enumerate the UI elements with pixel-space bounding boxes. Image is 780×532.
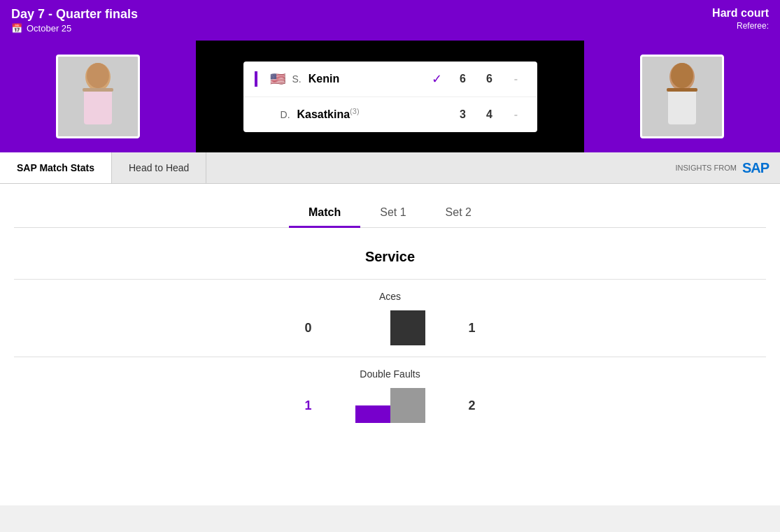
doublefaults-stat-row: Double Faults 1 2 [14, 357, 766, 434]
header-right: Hard court Referee: [712, 7, 769, 31]
score-card: 🇺🇸 S. Kenin ✓ 6 6 - D. Kasatkina(3) ✓ 3 … [243, 62, 537, 132]
insights-label: INSIGHTS FROM [675, 164, 736, 172]
winner-check: ✓ [432, 71, 442, 87]
player1-initial: S. [292, 73, 302, 85]
player1-flag: 🇺🇸 [270, 71, 285, 87]
calendar-icon: 📅 [11, 23, 22, 34]
sub-tab-set2[interactable]: Set 2 [426, 198, 491, 227]
tab-head-to-head[interactable]: Head to Head [112, 152, 206, 183]
player2-set3: - [506, 108, 526, 121]
hero-section: 🇺🇸 S. Kenin ✓ 6 6 - D. Kasatkina(3) ✓ 3 … [0, 41, 780, 152]
aces-bars [320, 310, 460, 345]
player2-score-row: D. Kasatkina(3) ✓ 3 4 - [243, 97, 537, 132]
doublefaults-right-value: 2 [469, 398, 490, 413]
player2-set2: 4 [480, 108, 499, 121]
aces-right-value: 1 [469, 321, 490, 336]
doublefaults-bar-container: 1 2 [70, 388, 710, 423]
referee-label: Referee: [712, 21, 769, 31]
svg-point-2 [87, 63, 109, 88]
doublefaults-bars [320, 388, 460, 423]
doublefaults-bar-left [355, 405, 390, 423]
date-text: October 25 [27, 23, 71, 34]
service-title: Service [14, 249, 766, 265]
accent-border [255, 71, 257, 87]
player-left-photo-bg [0, 41, 196, 152]
date-row: 📅 October 25 [11, 23, 138, 34]
player-right-photo-bg [584, 41, 780, 152]
svg-rect-7 [667, 88, 697, 92]
content-area: Match Set 1 Set 2 Service Aces 0 1 Doubl… [0, 184, 780, 505]
aces-bar-right [390, 310, 425, 345]
aces-bar-container: 0 1 [70, 310, 710, 345]
sub-tab-set1[interactable]: Set 1 [360, 198, 425, 227]
player2-name: Kasatkina(3) [297, 107, 425, 121]
doublefaults-label: Double Faults [70, 368, 710, 380]
tabs-nav: SAP Match Stats Head to Head INSIGHTS FR… [0, 152, 780, 184]
svg-rect-3 [83, 88, 113, 92]
svg-rect-5 [668, 89, 696, 124]
header-left: Day 7 - Quarter finals 📅 October 25 [11, 7, 138, 34]
tab-sap-match-stats[interactable]: SAP Match Stats [0, 152, 112, 183]
player-right-photo [640, 55, 724, 138]
sap-logo: SAP [742, 160, 769, 176]
aces-left-value: 0 [291, 321, 312, 336]
player1-set1: 6 [453, 73, 473, 85]
header: Day 7 - Quarter finals 📅 October 25 Hard… [0, 0, 780, 41]
svg-point-6 [671, 63, 693, 88]
player-left-avatar [70, 62, 126, 131]
doublefaults-bar-right [390, 388, 425, 423]
court-type: Hard court [712, 7, 769, 20]
sub-tabs: Match Set 1 Set 2 [14, 198, 766, 228]
player2-initial: D. [281, 109, 290, 120]
player2-flag [270, 107, 274, 122]
day-title: Day 7 - Quarter finals [11, 7, 138, 22]
player1-name: Kenin [309, 73, 425, 85]
aces-stat-row: Aces 0 1 [14, 279, 766, 357]
aces-label: Aces [70, 291, 710, 302]
svg-rect-1 [84, 89, 112, 124]
sub-tab-match[interactable]: Match [289, 198, 360, 227]
player1-set2: 6 [480, 73, 499, 85]
sap-insights-area: INSIGHTS FROM SAP [664, 160, 780, 176]
player-left-photo [56, 55, 140, 138]
player-right-avatar [654, 62, 710, 131]
player2-set1: 3 [453, 108, 473, 121]
player1-set3: - [506, 73, 526, 85]
doublefaults-left-value: 1 [291, 398, 312, 413]
player1-score-row: 🇺🇸 S. Kenin ✓ 6 6 - [243, 62, 537, 97]
